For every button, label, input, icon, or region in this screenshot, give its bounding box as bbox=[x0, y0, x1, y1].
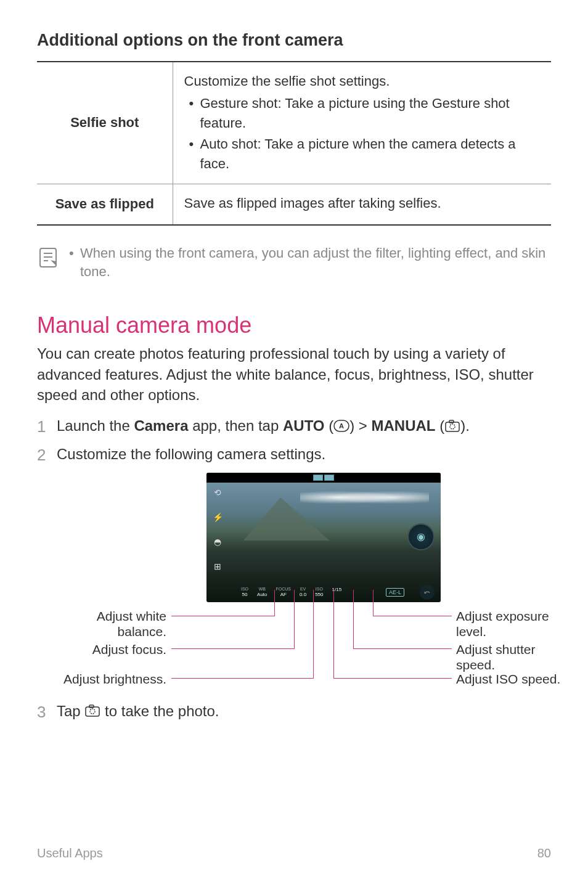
note-icon bbox=[37, 247, 59, 269]
step-text: app, then tap bbox=[189, 417, 283, 434]
callout-line bbox=[274, 590, 275, 616]
svg-text:A: A bbox=[339, 422, 344, 430]
step-number: 3 bbox=[37, 701, 48, 723]
callout-focus: Adjust focus. bbox=[86, 642, 166, 657]
callout-line bbox=[294, 590, 295, 648]
callout-brightness: Adjust brightness. bbox=[49, 671, 166, 687]
step-text: ( bbox=[325, 417, 334, 434]
status-icon bbox=[324, 475, 334, 481]
option-desc: Customize the selfie shot settings. bbox=[184, 71, 541, 91]
camera-bottom-bar: ISO 50 WB Auto FOCUS AF EV 0.0 ISO 550 bbox=[206, 582, 441, 602]
option-bullets: Gesture shot: Take a picture using the G… bbox=[184, 94, 541, 174]
ev-setting: EV 0.0 bbox=[300, 587, 306, 598]
step-number: 2 bbox=[37, 444, 48, 466]
timer-icon: ◓ bbox=[211, 536, 224, 548]
intro-text: You can create photos featuring professi… bbox=[37, 343, 551, 406]
step-number: 1 bbox=[37, 415, 48, 438]
step-text: ( bbox=[436, 417, 445, 434]
camera-screenshot: ⟲ ⚡ ◓ ⊞ ⚙ ◉ ISO 50 WB Auto FOCUS AF bbox=[206, 473, 441, 602]
status-bar bbox=[206, 473, 441, 483]
option-desc-cell: Save as flipped images after taking self… bbox=[173, 184, 551, 225]
ae-lock-button: AE-L bbox=[386, 588, 404, 597]
option-label: Save as flipped bbox=[37, 184, 173, 225]
flash-icon: ⚡ bbox=[211, 511, 224, 523]
section-heading: Additional options on the front camera bbox=[37, 31, 551, 50]
iso-speed-setting: ISO 550 bbox=[315, 587, 323, 598]
bullet-item: Gesture shot: Take a picture using the G… bbox=[188, 94, 541, 133]
callout-line bbox=[171, 616, 275, 616]
mode-manual: MANUAL bbox=[372, 417, 436, 434]
svg-rect-7 bbox=[449, 420, 454, 423]
shutter-button: ◉ bbox=[407, 523, 435, 550]
callout-line bbox=[333, 590, 334, 678]
bullet-item: Auto shot: Take a picture when the camer… bbox=[188, 134, 541, 174]
note-item: When using the front camera, you can adj… bbox=[68, 244, 551, 282]
callout-line bbox=[373, 590, 374, 616]
camera-diagram: ⟲ ⚡ ◓ ⊞ ⚙ ◉ ISO 50 WB Auto FOCUS AF bbox=[37, 473, 551, 688]
step-item: 1 Launch the Camera app, then tap AUTO (… bbox=[37, 415, 551, 438]
page-title: Manual camera mode bbox=[37, 312, 551, 338]
step-text: ). bbox=[460, 417, 470, 434]
note-list: When using the front camera, you can adj… bbox=[68, 244, 551, 282]
table-row: Save as flipped Save as flipped images a… bbox=[37, 184, 551, 225]
app-name: Camera bbox=[134, 417, 188, 434]
step-list: 1 Launch the Camera app, then tap AUTO (… bbox=[37, 415, 551, 467]
callout-line bbox=[171, 648, 295, 649]
grid-icon: ⊞ bbox=[211, 560, 224, 573]
svg-rect-10 bbox=[89, 705, 94, 708]
camera-icon bbox=[84, 704, 100, 717]
option-label: Selfie shot bbox=[37, 62, 173, 184]
callout-exposure: Adjust exposure level. bbox=[456, 608, 561, 639]
option-desc-cell: Customize the selfie shot settings. Gest… bbox=[173, 62, 551, 184]
step-text: ) > bbox=[349, 417, 371, 434]
back-icon: ⤺ bbox=[420, 585, 435, 600]
focus-setting: FOCUS AF bbox=[276, 587, 292, 598]
footer-section: Useful Apps bbox=[37, 846, 103, 860]
step-text: Customize the following camera settings. bbox=[57, 444, 325, 465]
mountain-graphic bbox=[243, 497, 330, 541]
svg-point-11 bbox=[90, 709, 95, 714]
callout-line bbox=[313, 590, 314, 678]
wb-setting: WB Auto bbox=[257, 587, 267, 598]
callout-white-balance: Adjust white balance. bbox=[86, 608, 166, 639]
manual-mode-icon bbox=[444, 419, 460, 433]
auto-mode-icon: A bbox=[333, 420, 349, 432]
iso-setting: ISO 50 bbox=[241, 587, 248, 598]
mode-auto: AUTO bbox=[283, 417, 325, 434]
options-table: Selfie shot Customize the selfie shot se… bbox=[37, 61, 551, 226]
step-item: 3 Tap to take the photo. bbox=[37, 701, 551, 723]
status-icon bbox=[313, 475, 323, 481]
step-item: 2 Customize the following camera setting… bbox=[37, 444, 551, 466]
step-list-continued: 3 Tap to take the photo. bbox=[37, 701, 551, 723]
callout-line bbox=[353, 648, 452, 649]
step-text: to take the photo. bbox=[100, 703, 219, 719]
page-footer: Useful Apps 80 bbox=[37, 846, 551, 860]
step-text: Tap bbox=[57, 703, 84, 719]
callout-line bbox=[171, 678, 314, 679]
page-number: 80 bbox=[537, 846, 551, 860]
table-row: Selfie shot Customize the selfie shot se… bbox=[37, 62, 551, 184]
note-box: When using the front camera, you can adj… bbox=[37, 244, 551, 282]
callout-line bbox=[333, 678, 452, 679]
callout-line bbox=[353, 590, 354, 648]
callout-line bbox=[373, 616, 452, 616]
switch-camera-icon: ⟲ bbox=[211, 486, 224, 499]
svg-point-8 bbox=[450, 424, 455, 429]
callout-shutter: Adjust shutter speed. bbox=[456, 642, 555, 672]
step-text: Launch the bbox=[57, 417, 134, 434]
option-desc: Save as flipped images after taking self… bbox=[184, 193, 541, 213]
callout-iso: Adjust ISO speed. bbox=[456, 671, 567, 687]
